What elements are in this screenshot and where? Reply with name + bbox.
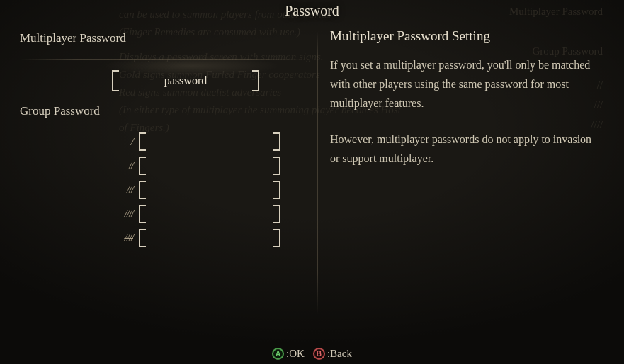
multiplayer-password-field[interactable]: password: [112, 70, 303, 91]
tally-icon-4: ////: [110, 208, 133, 220]
b-button-icon: B: [313, 348, 325, 360]
bracket-left-icon: [139, 132, 146, 151]
back-prompt[interactable]: B :Back: [313, 348, 352, 360]
ok-label: :OK: [286, 348, 305, 360]
group-password-field-2[interactable]: [139, 157, 280, 175]
bracket-right-icon: [273, 132, 280, 151]
multiplayer-password-value: password: [112, 74, 259, 87]
bracket-left-icon: [139, 157, 146, 175]
bracket-right-icon: [252, 70, 259, 91]
bracket-right-icon: [273, 181, 280, 199]
tally-icon-3: ///: [110, 184, 133, 196]
footer-prompts: A :OK B :Back: [0, 343, 624, 364]
group-password-field-4[interactable]: [139, 205, 280, 223]
group-password-field-1[interactable]: [139, 132, 280, 151]
bracket-left-icon: [139, 205, 146, 223]
page-title: Password: [285, 3, 339, 19]
a-button-icon: A: [272, 348, 284, 360]
tally-icon-1: /: [110, 136, 133, 148]
ok-prompt[interactable]: A :OK: [272, 348, 305, 360]
info-paragraph-2: However, multiplayer passwords do not ap…: [330, 130, 596, 168]
multiplayer-password-label: Multiplayer Password: [20, 31, 303, 45]
back-label: :Back: [327, 348, 352, 360]
group-password-field-5[interactable]: [139, 229, 280, 247]
info-heading: Multiplayer Password Setting: [330, 28, 596, 44]
info-paragraph-1: If you set a multiplayer password, you'l…: [330, 55, 596, 113]
bracket-left-icon: [112, 70, 119, 91]
tally-icon-2: //: [110, 160, 133, 172]
tally-icon-5: ////: [110, 232, 133, 244]
bracket-right-icon: [273, 157, 280, 175]
bracket-left-icon: [139, 229, 146, 247]
footer-divider: [11, 341, 613, 341]
group-password-label: Group Password: [20, 104, 303, 118]
bracket-right-icon: [273, 205, 280, 223]
right-column: Multiplayer Password Setting If you set …: [317, 28, 608, 185]
bracket-left-icon: [139, 181, 146, 199]
left-column: Multiplayer Password password Group Pass…: [20, 31, 303, 253]
bracket-right-icon: [273, 229, 280, 247]
group-password-field-3[interactable]: [139, 181, 280, 199]
